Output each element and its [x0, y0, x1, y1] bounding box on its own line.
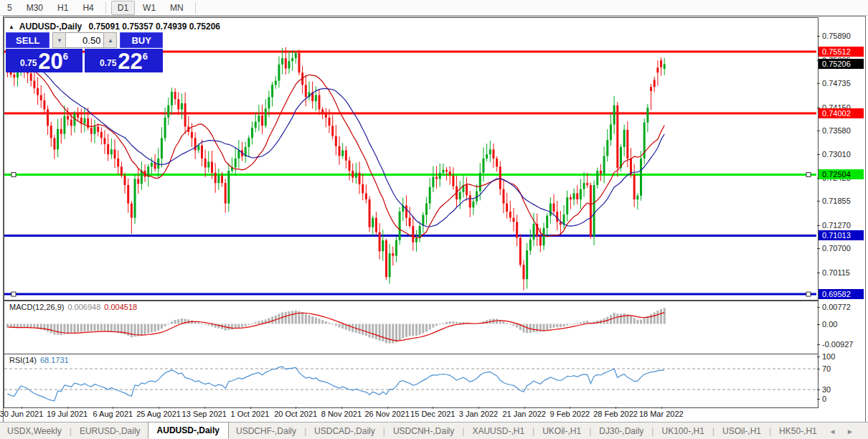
- macd-bar: [362, 324, 364, 335]
- candle-body: [331, 126, 334, 136]
- candles: [6, 47, 666, 291]
- chart-tab-ukoil-h1[interactable]: UKOil-,H1: [535, 424, 588, 438]
- candle-body: [329, 118, 331, 126]
- candle-body: [137, 179, 139, 184]
- macd-bar: [331, 324, 334, 325]
- candle-body: [339, 146, 341, 156]
- candle-body: [157, 159, 159, 169]
- candle-body: [141, 171, 143, 184]
- chart-tab-xauusd-h1[interactable]: XAUUSD-,H1: [465, 424, 532, 438]
- rsi-label: RSI(14): [9, 356, 37, 364]
- chart-tab-uk100-h1[interactable]: UK100-,H1: [654, 424, 711, 438]
- macd-bar: [549, 324, 552, 329]
- line-handle[interactable]: [11, 292, 16, 296]
- macd-bar: [432, 324, 434, 328]
- macd-bar: [402, 324, 404, 339]
- chart-tab-usdcad-daily[interactable]: USDCAD-,Daily: [307, 424, 382, 438]
- price-tick-mark: [817, 154, 820, 155]
- candle-body: [161, 138, 163, 159]
- date-tick-mark: [570, 407, 570, 409]
- candle-body: [526, 250, 528, 279]
- price-tick-label: 0.71855: [822, 197, 851, 205]
- macd-bar: [57, 324, 59, 335]
- candle-body: [70, 120, 72, 126]
- collapse-arrow-icon[interactable]: ▲: [9, 24, 14, 30]
- timeframe-button-h1[interactable]: H1: [51, 1, 75, 15]
- line-handle[interactable]: [11, 172, 16, 176]
- rsi-canvas[interactable]: [4, 354, 816, 406]
- chart-tab-audusd-daily[interactable]: AUDUSD-,Daily: [148, 422, 229, 439]
- candle-body: [626, 130, 628, 159]
- candle-body: [237, 151, 240, 159]
- rsi-value: 68.1731: [40, 356, 69, 364]
- price-tick-mark: [817, 273, 820, 273]
- candle-body: [124, 176, 126, 185]
- candle-body: [369, 199, 371, 227]
- candle-body: [442, 170, 444, 173]
- price-level-badge: 0.72504: [819, 169, 864, 179]
- lot-decrease-button[interactable]: ▼: [52, 32, 66, 48]
- candle-body: [459, 192, 461, 199]
- buy-button[interactable]: BUY: [120, 32, 163, 48]
- macd-bar: [171, 321, 173, 324]
- chart-tab-eurusd-daily[interactable]: EURUSD-,Daily: [72, 424, 148, 438]
- timeframe-button-h4[interactable]: H4: [76, 1, 100, 15]
- macd-bar: [27, 324, 29, 328]
- macd-bar: [237, 324, 240, 328]
- candle-body: [110, 149, 113, 154]
- lot-size-input[interactable]: [66, 32, 103, 48]
- line-handle[interactable]: [806, 292, 811, 296]
- sell-price-prefix: 0.75: [20, 58, 37, 68]
- tab-scroll-arrows[interactable]: ◄ ►: [829, 428, 858, 435]
- sell-price-display[interactable]: 0.75 20 6: [6, 49, 82, 72]
- rsi-header: RSI(14)68.1731: [9, 356, 69, 364]
- candle-body: [63, 116, 65, 134]
- macd-bar: [570, 324, 572, 325]
- timeframe-button-m30[interactable]: M30: [20, 1, 49, 15]
- sell-button[interactable]: SELL: [6, 32, 49, 48]
- chart-tab-dj30-daily[interactable]: DJ30-,Daily: [592, 424, 651, 438]
- candle-body: [127, 185, 129, 204]
- candle-body: [258, 115, 260, 122]
- date-tick-mark: [387, 407, 388, 409]
- chart-tab-usoil-h1[interactable]: USOil-,H1: [715, 424, 768, 438]
- macd-bar: [656, 311, 659, 324]
- candle-body: [184, 103, 187, 126]
- chart-tab-usdcnh-daily[interactable]: USDCNH-,Daily: [386, 424, 461, 438]
- candle-body: [255, 122, 257, 128]
- chart-tab-usdchf-daily[interactable]: USDCHF-,Daily: [229, 424, 303, 438]
- timeframe-button-w1[interactable]: W1: [136, 1, 162, 15]
- rsi-pane[interactable]: [4, 354, 819, 408]
- timeframe-button-mn[interactable]: MN: [164, 1, 190, 15]
- candle-body: [40, 95, 42, 100]
- timeframe-button-5[interactable]: 5: [1, 1, 19, 15]
- macd-bar: [576, 323, 578, 324]
- macd-bar: [445, 322, 448, 324]
- macd-bar: [341, 324, 344, 329]
- macd-bar: [288, 311, 290, 324]
- candle-body: [167, 105, 169, 118]
- chart-tab-hk50-h1[interactable]: HK50-,H1: [772, 424, 824, 438]
- candle-body: [117, 159, 119, 166]
- timeframe-button-d1[interactable]: D1: [111, 1, 135, 15]
- macd-bar: [546, 324, 548, 331]
- chart-tab-usdx-weekly[interactable]: USDX,Weekly: [0, 424, 69, 438]
- buy-price-display[interactable]: 0.75 22 6: [85, 49, 163, 72]
- macd-bar: [583, 321, 585, 324]
- rsi-tick-label: 70: [822, 364, 831, 373]
- chart-tab-strip: USDX,Weekly|EURUSD-,DailyAUDUSD-,DailyUS…: [0, 422, 868, 439]
- candle-body: [664, 64, 666, 69]
- macd-bar: [620, 314, 622, 324]
- candle-body: [271, 85, 273, 97]
- line-handle[interactable]: [806, 172, 811, 176]
- candle-body: [345, 151, 347, 161]
- candle-body: [576, 193, 578, 199]
- candle-body: [573, 193, 575, 199]
- candle-body: [660, 60, 662, 67]
- lot-increase-button[interactable]: ▲: [103, 32, 117, 48]
- macd-bar: [247, 324, 250, 326]
- macd-bar: [295, 311, 297, 324]
- date-tick-mark: [433, 407, 433, 409]
- macd-bar: [127, 324, 129, 336]
- candle-body: [636, 196, 638, 199]
